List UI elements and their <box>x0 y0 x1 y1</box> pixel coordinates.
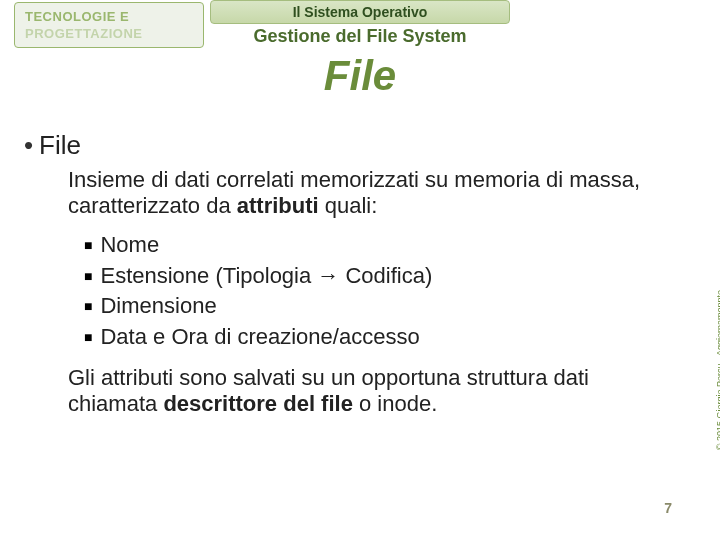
closing-bold: descrittore del file <box>163 391 353 416</box>
desc-post: quali: <box>319 193 378 218</box>
closing-post: o inode. <box>353 391 437 416</box>
slide-header: TECNOLOGIE E PROGETTAZIONE Il Sistema Op… <box>0 0 720 70</box>
item-text: Estensione (Tipologia → Codifica) <box>100 263 432 288</box>
item-text: Dimensione <box>100 293 216 318</box>
list-item: ■Data e Ora di creazione/accesso <box>84 322 660 353</box>
copyright-line1: © 2015 Giorgio Porcu - Aggiornamennto <box>715 290 720 450</box>
chapter-subtitle: Gestione del File System <box>210 26 510 47</box>
chapter-bar: Il Sistema Operativo <box>210 0 510 24</box>
slide-title: File <box>0 52 720 100</box>
slide-content: •File Insieme di dati correlati memorizz… <box>24 130 660 418</box>
closing-text: Gli attributi sono salvati su un opportu… <box>68 365 660 418</box>
slide: TECNOLOGIE E PROGETTAZIONE Il Sistema Op… <box>0 0 720 540</box>
square-bullet-icon: ■ <box>84 297 100 317</box>
square-bullet-icon: ■ <box>84 236 100 256</box>
copyright-sidebar: © 2015 Giorgio Porcu - Aggiornamennto 27… <box>716 250 720 490</box>
course-label-2: PROGETTAZIONE <box>25 26 193 43</box>
bullet-heading: File <box>39 130 81 160</box>
item-text: Data e Ora di creazione/accesso <box>100 324 419 349</box>
bullet-dot-icon: • <box>24 130 39 160</box>
description: Insieme di dati correlati memorizzati su… <box>68 167 660 220</box>
sublist: ■Nome ■Estensione (Tipologia → Codifica)… <box>84 230 660 353</box>
bullet-level1: •File <box>24 130 660 161</box>
desc-bold: attributi <box>237 193 319 218</box>
course-label-1: TECNOLOGIE E <box>25 9 193 26</box>
course-tab: TECNOLOGIE E PROGETTAZIONE <box>14 2 204 48</box>
page-number: 7 <box>664 500 672 516</box>
square-bullet-icon: ■ <box>84 267 100 287</box>
item-text: Nome <box>100 232 159 257</box>
square-bullet-icon: ■ <box>84 328 100 348</box>
list-item: ■Estensione (Tipologia → Codifica) <box>84 261 660 292</box>
list-item: ■Nome <box>84 230 660 261</box>
list-item: ■Dimensione <box>84 291 660 322</box>
